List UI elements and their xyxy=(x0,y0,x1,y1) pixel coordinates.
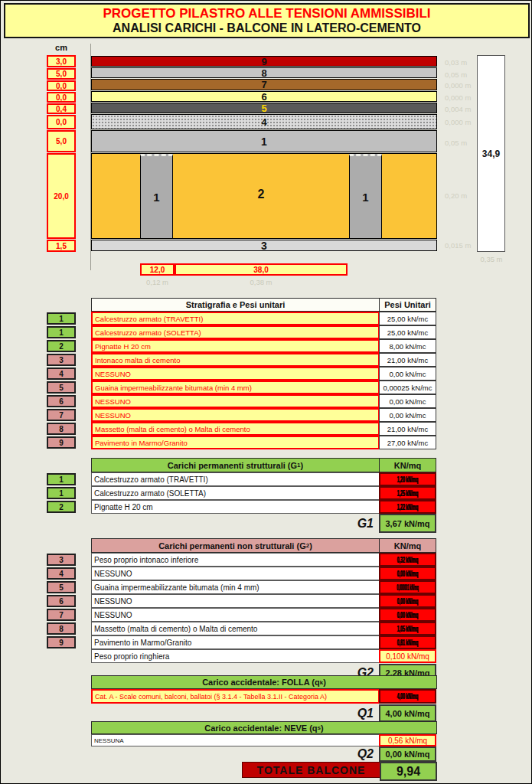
layer-6: 6 xyxy=(91,91,437,102)
right-dim-7: 0,20 m xyxy=(445,191,477,200)
q2-total-label: Q2 xyxy=(91,747,380,761)
table-row: NESSUNO0,00 kN/mq xyxy=(91,594,437,608)
right-dim-1: 0,05 m xyxy=(445,70,477,79)
slab-section: 1 1 2 xyxy=(91,153,437,239)
unit-weight: 0,00 kN/mc xyxy=(379,408,436,422)
right-dim-2: 0,000 m xyxy=(445,81,477,90)
q1-total-value: 4,00 kN/mq xyxy=(379,704,436,722)
material-select[interactable]: Pignatte H 20 cm xyxy=(91,339,380,353)
dim-input-intonaco[interactable]: 1,5 xyxy=(47,240,76,252)
load-label: Massetto (malta di cemento) o Malta di c… xyxy=(91,622,380,635)
table-row: Massetto (malta di cemento) o Malta di c… xyxy=(91,622,437,635)
right-dim-0: 0,03 m xyxy=(445,58,477,67)
g2-num-1: 4 xyxy=(47,567,76,580)
stratigrafia-header: Stratigrafia e Pesi unitari xyxy=(91,298,380,312)
strat-num-6: 6 xyxy=(47,395,76,407)
load-label: NESSUNO xyxy=(91,608,380,622)
dim-input-layer4[interactable]: 0,0 xyxy=(47,115,76,129)
g2-num-5: 8 xyxy=(47,622,76,635)
layer-massetto: 8 xyxy=(91,67,437,78)
layer-intonaco: 3 xyxy=(91,240,437,251)
unit-weight: 25,00 kN/mc xyxy=(379,312,436,325)
dim-input-layer8[interactable]: 5,0 xyxy=(47,68,76,80)
right-dim-3: 0,000 m xyxy=(445,93,477,102)
g2-num-2: 5 xyxy=(47,581,76,593)
totale-banner: TOTALE BALCONE xyxy=(242,762,380,778)
g2-num-4: 7 xyxy=(47,609,76,621)
material-select[interactable]: NESSUNO xyxy=(91,394,380,408)
load-label: Pavimento in Marmo/Granito xyxy=(91,635,380,649)
strat-num-4: 4 xyxy=(47,368,76,380)
g2-num-3: 6 xyxy=(47,595,76,607)
material-select[interactable]: NESSUNO xyxy=(91,367,380,381)
table-row: Calcestruzzo armato (TRAVETTI)1,20 kN/mq xyxy=(91,472,437,486)
material-select[interactable]: Guaina impermeabilizzante bitumata (min … xyxy=(91,381,380,394)
neve-header: Carico accidentale: NEVE (qs) xyxy=(91,721,437,734)
unit-weight: 21,00 kN/mc xyxy=(379,422,436,436)
g1-num-0: 1 xyxy=(47,473,76,485)
table-row: NESSUNO0,00 kN/mq xyxy=(91,567,437,580)
dim-input-soletta[interactable]: 5,0 xyxy=(47,130,76,152)
table-row: Calcestruzzo armato (SOLETTA)1,25 kN/mq xyxy=(91,486,437,500)
g1-total-value: 3,67 kN/mq xyxy=(379,514,436,533)
folla-category-select[interactable]: Cat. A - Scale comuni, balconi, ballatoi… xyxy=(91,689,380,704)
g1-num-2: 2 xyxy=(47,501,76,513)
ringhiera-input[interactable]: 0,100 kN/mq xyxy=(379,649,436,663)
table-row: Guaina impermeabilizzante bitumata (min … xyxy=(91,580,437,594)
table-row: NESSUNO0,00 kN/mc xyxy=(91,367,437,381)
material-select[interactable]: Pavimento in Marmo/Granito xyxy=(91,436,380,449)
table-row: Guaina impermeabilizzante bitumata (min … xyxy=(91,381,437,394)
unit-weight: 0,00025 kN/mc xyxy=(379,381,436,394)
width-input-pignatta[interactable]: 38,0 xyxy=(175,263,348,276)
total-thickness-meters: 0,35 m xyxy=(475,255,508,263)
pignatta-label: 2 xyxy=(173,188,349,201)
strat-num-2: 2 xyxy=(47,340,76,352)
page-subtitle: ANALISI CARICHI - BALCONE IN LATERO-CEME… xyxy=(5,21,528,35)
strat-num-7: 7 xyxy=(47,409,76,421)
material-select[interactable]: Intonaco malta di cemento xyxy=(91,353,380,367)
load-label: Calcestruzzo armato (TRAVETTI) xyxy=(91,472,380,486)
strat-num-1: 1 xyxy=(47,326,76,338)
dim-input-layer9[interactable]: 3,0 xyxy=(47,55,76,67)
table-row: NESSUNO0,00 kN/mc xyxy=(91,408,437,422)
dim-input-pignatte-height[interactable]: 20,0 xyxy=(47,153,76,239)
q1-total-label: Q1 xyxy=(91,707,380,720)
width-pignatta-meters: 0,38 m xyxy=(175,278,348,286)
page-title: PROGETTO PILASTRO ALLE TENSIONI AMMISSIB… xyxy=(5,6,528,21)
load-value: 1,05 kN/mq xyxy=(379,622,436,635)
material-select[interactable]: Calcestruzzo armato (TRAVETTI) xyxy=(91,312,380,325)
layer-7: 7 xyxy=(91,79,437,90)
layer-4: 4 xyxy=(91,114,437,129)
load-value: 1,22 kN/mq xyxy=(379,500,436,514)
folla-header: Carico accidentale: FOLLA (qk) xyxy=(91,675,437,689)
unit-label: cm xyxy=(47,43,76,52)
g1-table: Carichi permanenti strutturali (G1) KN/m… xyxy=(47,458,437,534)
right-dim-8: 0,015 m xyxy=(445,241,477,250)
load-label: Guaina impermeabilizzante bitumata (min … xyxy=(91,580,380,594)
unit-weight: 0,00 kN/mc xyxy=(379,367,436,381)
load-value: 1,20 kN/mq xyxy=(379,472,436,486)
layer-soletta: 1 xyxy=(91,130,437,152)
material-select[interactable]: NESSUNO xyxy=(91,408,380,422)
unit-weight: 25,00 kN/mc xyxy=(379,325,436,339)
material-select[interactable]: Massetto (malta di cemento) o Malta di c… xyxy=(91,422,380,436)
neve-input[interactable]: 0,56 kN/mq xyxy=(379,734,436,746)
dim-input-layer7[interactable]: 0,0 xyxy=(47,80,76,91)
q2-total-value: 0,00 kN/mq xyxy=(379,746,436,762)
load-value: 1,25 kN/mq xyxy=(379,486,436,500)
totale-row: TOTALE BALCONE 9,94 xyxy=(47,762,437,782)
unit-weight: 0,00 kN/mc xyxy=(379,394,436,408)
layer-guaina: 5 xyxy=(91,103,437,113)
table-row: Intonaco malta di cemento21,00 kN/mc xyxy=(91,353,437,367)
load-label: NESSUNO xyxy=(91,567,380,580)
dim-input-layer5[interactable]: 0,4 xyxy=(47,103,76,114)
table-row: Pavimento in Marmo/Granito0,81 kN/mq xyxy=(91,635,437,649)
unit-weight: 8,00 kN/mc xyxy=(379,339,436,353)
material-select[interactable]: Calcestruzzo armato (SOLETTA) xyxy=(91,325,380,339)
g1-header: Carichi permanenti strutturali (G1) xyxy=(91,458,380,472)
width-input-travetto[interactable]: 12,0 xyxy=(140,263,175,276)
right-dim-6: 0,05 m xyxy=(445,139,477,147)
dim-input-layer6[interactable]: 0,0 xyxy=(47,92,76,103)
load-value: 0,00 kN/mq xyxy=(379,594,436,608)
table-row: Peso proprio ringhiera0,100 kN/mq xyxy=(91,649,437,663)
